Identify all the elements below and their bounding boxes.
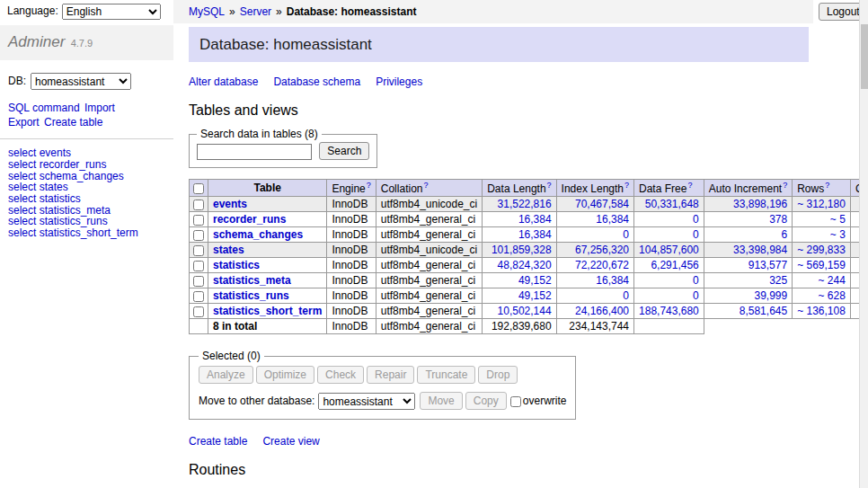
help-icon[interactable]: ? bbox=[783, 181, 787, 190]
select-all-checkbox[interactable] bbox=[193, 183, 204, 194]
data-free-cell: 188,743,680 bbox=[634, 304, 704, 319]
table-name-link[interactable]: schema_changes bbox=[213, 228, 303, 241]
total-data-free-cell bbox=[634, 319, 704, 334]
table-name-link[interactable]: statistics_short_term bbox=[213, 305, 322, 317]
auto-increment-cell: 8,581,645 bbox=[704, 304, 792, 319]
help-icon[interactable]: ? bbox=[547, 181, 552, 190]
table-name-link[interactable]: recorder_runs bbox=[213, 213, 286, 226]
selected-drop-button[interactable]: Drop bbox=[478, 366, 518, 384]
help-icon[interactable]: ? bbox=[423, 181, 428, 190]
table-name-link[interactable]: states bbox=[213, 244, 244, 256]
engine-cell: InnoDB bbox=[327, 243, 376, 258]
data-free-cell: 0 bbox=[634, 273, 704, 288]
help-icon[interactable]: ? bbox=[687, 181, 692, 190]
data-length-cell: 49,152 bbox=[483, 273, 556, 288]
help-icon[interactable]: ? bbox=[624, 181, 629, 190]
selected-truncate-button[interactable]: Truncate bbox=[417, 366, 475, 384]
create-link[interactable]: Create view bbox=[262, 435, 319, 448]
auto-increment-cell: 6 bbox=[704, 227, 792, 243]
move-db-select[interactable]: homeassistant bbox=[318, 393, 415, 410]
table-name-link[interactable]: statistics_meta bbox=[213, 274, 291, 287]
table-name-link[interactable]: events bbox=[213, 198, 247, 210]
help-icon[interactable]: ? bbox=[367, 181, 371, 190]
rows-count-link[interactable]: ~ 569,159 bbox=[797, 259, 846, 271]
rows-count-link[interactable]: ~ 299,833 bbox=[797, 244, 846, 256]
data-free-cell: 50,331,648 bbox=[634, 197, 704, 212]
index-length-cell: 72,220,672 bbox=[556, 258, 633, 273]
sidebar-action-link[interactable]: Export bbox=[8, 116, 40, 129]
table-name-link[interactable]: statistics_runs bbox=[213, 289, 289, 302]
auto-increment-cell: 325 bbox=[704, 273, 792, 288]
scrollbar-thumb[interactable] bbox=[861, 24, 868, 89]
selected-legend: Selected (0) bbox=[199, 350, 264, 362]
create-link[interactable]: Create table bbox=[189, 435, 247, 448]
sidebar-table-link[interactable]: select events bbox=[8, 147, 165, 159]
db-select[interactable]: homeassistant bbox=[31, 73, 131, 90]
row-checkbox[interactable] bbox=[193, 215, 204, 226]
data-length-cell: 16,384 bbox=[483, 212, 556, 227]
db-action-link[interactable]: Database schema bbox=[273, 75, 360, 88]
breadcrumb-server-link[interactable]: Server bbox=[240, 5, 271, 18]
column-header-rows: Rows? bbox=[793, 180, 851, 197]
search-input[interactable] bbox=[197, 144, 312, 160]
row-checkbox[interactable] bbox=[193, 291, 204, 302]
db-action-link[interactable]: Alter database bbox=[189, 75, 258, 88]
engine-cell: InnoDB bbox=[327, 258, 376, 273]
table-row: schema_changesInnoDButf8mb4_general_ci16… bbox=[190, 227, 868, 243]
index-length-cell: 67,256,320 bbox=[556, 243, 633, 258]
language-label: Language: bbox=[7, 4, 58, 17]
row-checkbox[interactable] bbox=[193, 261, 204, 271]
breadcrumb-separator: » bbox=[229, 5, 235, 18]
table-name-link[interactable]: statistics bbox=[213, 259, 260, 271]
table-row: recorder_runsInnoDButf8mb4_general_ci16,… bbox=[190, 212, 868, 227]
table-row: statesInnoDButf8mb4_unicode_ci101,859,32… bbox=[190, 243, 868, 258]
help-icon[interactable]: ? bbox=[825, 181, 829, 190]
column-header-data-length: Data Length? bbox=[483, 180, 556, 197]
app-name: Adminer bbox=[8, 33, 65, 50]
sidebar-table-link[interactable]: select statistics bbox=[8, 193, 165, 205]
data-length-cell: 10,502,144 bbox=[483, 304, 556, 319]
selected-optimize-button[interactable]: Optimize bbox=[256, 366, 314, 384]
rows-count-link[interactable]: ~ 244 bbox=[819, 274, 846, 287]
vertical-scrollbar[interactable] bbox=[859, 0, 868, 488]
total-collation-cell: utf8mb4_general_ci bbox=[376, 319, 482, 334]
total-data-length-cell: 192,839,680 bbox=[483, 319, 556, 334]
routines-heading: Routines bbox=[189, 462, 868, 478]
sidebar-table-link[interactable]: select recorder_runs bbox=[8, 159, 165, 171]
auto-increment-cell: 33,898,196 bbox=[704, 197, 792, 212]
move-button[interactable]: Move bbox=[420, 392, 462, 410]
column-header-auto-increment: Auto Increment? bbox=[704, 180, 792, 197]
rows-count-link[interactable]: ~ 136,108 bbox=[797, 305, 846, 317]
column-header-data-free: Data Free? bbox=[634, 180, 704, 197]
row-checkbox[interactable] bbox=[193, 276, 204, 287]
row-checkbox[interactable] bbox=[193, 200, 204, 210]
copy-button[interactable]: Copy bbox=[465, 392, 507, 410]
overwrite-checkbox[interactable] bbox=[510, 396, 521, 407]
search-button[interactable]: Search bbox=[319, 142, 369, 160]
rows-count-link[interactable]: ~ 5 bbox=[830, 213, 846, 226]
db-action-link[interactable]: Privileges bbox=[376, 75, 422, 88]
language-select[interactable]: English bbox=[62, 4, 161, 20]
index-length-cell: 70,467,584 bbox=[556, 197, 633, 212]
language-area: Language:English bbox=[0, 0, 173, 23]
selected-check-button[interactable]: Check bbox=[317, 366, 364, 384]
rows-count-link[interactable]: ~ 3 bbox=[830, 228, 846, 241]
engine-cell: InnoDB bbox=[327, 227, 376, 243]
sidebar-action-link[interactable]: SQL command bbox=[8, 102, 80, 114]
selected-analyze-button[interactable]: Analyze bbox=[199, 366, 253, 384]
sidebar-action-link[interactable]: Import bbox=[84, 102, 115, 114]
selected-repair-button[interactable]: Repair bbox=[367, 366, 414, 384]
table-row: statistics_short_termInnoDButf8mb4_gener… bbox=[190, 304, 868, 319]
sidebar-table-link[interactable]: select statistics_short_term bbox=[8, 227, 165, 239]
data-length-cell: 16,384 bbox=[483, 227, 556, 243]
engine-cell: InnoDB bbox=[327, 273, 376, 288]
row-checkbox[interactable] bbox=[193, 230, 204, 241]
row-checkbox[interactable] bbox=[193, 245, 204, 256]
row-checkbox[interactable] bbox=[193, 306, 204, 317]
breadcrumb-mysql-link[interactable]: MySQL bbox=[189, 5, 225, 18]
rows-count-link[interactable]: ~ 312,180 bbox=[797, 198, 846, 210]
overwrite-label[interactable]: overwrite bbox=[523, 395, 567, 407]
rows-count-link[interactable]: ~ 628 bbox=[819, 289, 846, 302]
sidebar-action-link[interactable]: Create table bbox=[44, 116, 102, 129]
create-links: Create tableCreate view bbox=[189, 435, 868, 448]
